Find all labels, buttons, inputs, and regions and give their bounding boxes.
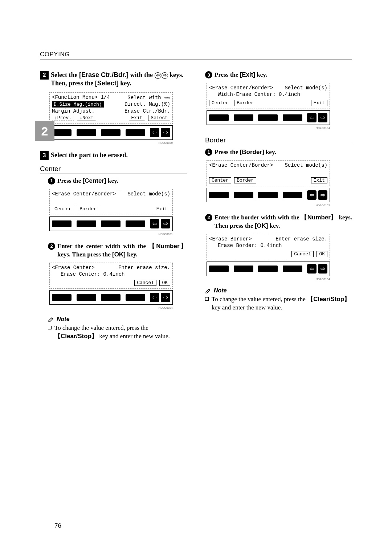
- soft-key[interactable]: [209, 192, 229, 198]
- lcd-erase-cb-exit: <Erase Center/Border> Select mode(s) Wid…: [207, 83, 330, 109]
- lcd-erase-border: <Erase Border> Enter erase size. Erase B…: [207, 234, 330, 260]
- number-key-2: Number: [307, 214, 331, 221]
- page-number: 76: [54, 522, 61, 530]
- soft-key[interactable]: [101, 294, 121, 301]
- soft-key[interactable]: [52, 129, 72, 136]
- soft-key[interactable]: [77, 294, 96, 301]
- soft-key[interactable]: [126, 129, 145, 136]
- soft-key[interactable]: [258, 114, 278, 121]
- sub2-b: keys. Then press the: [57, 251, 112, 258]
- lcd4-border[interactable]: Border: [234, 100, 256, 106]
- note-left-a: To change the value entered, press the: [54, 324, 148, 331]
- lcd1-margin: Margin Adjust.: [52, 108, 95, 114]
- substep-center-1: 1 Press the [Center] key.: [40, 177, 187, 185]
- lcd5-r1r: Select mode(s): [285, 162, 327, 168]
- lcd-function-menu: <Function Menu> 1/4 Select with ⇦⇨ D.Siz…: [49, 92, 173, 124]
- lcd1-exit[interactable]: Exit: [129, 115, 145, 121]
- soft-key[interactable]: [234, 192, 253, 198]
- lcd6-r1l: <Erase Border>: [209, 236, 252, 242]
- soft-key[interactable]: [234, 266, 253, 272]
- arrow-right-key[interactable]: ⇨: [318, 264, 327, 274]
- lcd3-ok[interactable]: OK: [159, 280, 170, 286]
- lcd1-next[interactable]: ↓Next: [77, 115, 96, 121]
- soft-key[interactable]: [258, 192, 278, 198]
- substep-border-1: 1 Press the [Border] key.: [205, 148, 352, 157]
- caption-4: ND2C0104: [207, 126, 330, 130]
- lcd5-border[interactable]: Border: [234, 177, 256, 183]
- soft-key[interactable]: [209, 266, 229, 272]
- soft-key[interactable]: [101, 129, 121, 136]
- lcd5-exit[interactable]: Exit: [311, 177, 327, 183]
- soft-key[interactable]: [52, 220, 72, 227]
- sub5-a: Enter the border width with the: [215, 214, 301, 221]
- lcd3-cancel[interactable]: Cancel: [134, 280, 156, 286]
- select-key: [Select]: [95, 80, 119, 87]
- arrow-left-key[interactable]: ⇦: [307, 264, 317, 274]
- lcd4-exit[interactable]: Exit: [311, 100, 327, 106]
- arrow-right-key[interactable]: ⇨: [161, 293, 170, 302]
- right-arrow-icon: ⇨: [162, 72, 168, 79]
- lcd6-cancel[interactable]: Cancel: [291, 251, 314, 257]
- lcd2-r1l: <Erase Center/Border>: [52, 191, 116, 197]
- caption-3: ND2C0104: [49, 306, 173, 309]
- arrow-left-key[interactable]: ⇦: [150, 293, 159, 302]
- lcd2-exit[interactable]: Exit: [154, 206, 170, 212]
- step-3: 3 Select the part to be erased.: [40, 151, 187, 160]
- substep-num-3: 3: [205, 71, 212, 78]
- arrow-right-key[interactable]: ⇨: [161, 128, 170, 137]
- lcd1-prev[interactable]: ↑Prev.: [52, 115, 74, 121]
- sub1-b: key.: [106, 177, 118, 184]
- lcd6-r2: Erase Border: 0.4inch: [218, 243, 282, 248]
- soft-key[interactable]: [126, 220, 145, 227]
- soft-panel-6: ⇦⇨: [207, 262, 330, 276]
- soft-key[interactable]: [77, 220, 96, 227]
- soft-key[interactable]: [283, 266, 302, 272]
- substep-num-b1: 1: [205, 149, 212, 156]
- soft-panel-5: ⇦⇨: [207, 188, 330, 202]
- arrow-left-key[interactable]: ⇦: [150, 219, 159, 228]
- lcd-erase-cb-2: <Erase Center/Border> Select mode(s) Cen…: [207, 160, 330, 186]
- lcd2-border[interactable]: Border: [77, 206, 99, 212]
- lcd2-center[interactable]: Center: [52, 206, 74, 212]
- lcd4-r2: Width-Erase Center: 0.4inch: [218, 92, 300, 97]
- soft-key[interactable]: [77, 129, 96, 136]
- arrow-left-key[interactable]: ⇦: [307, 190, 317, 200]
- soft-panel-4: ⇦⇨: [207, 110, 330, 125]
- soft-panel-3: ⇦⇨: [49, 290, 173, 305]
- lcd3-r1l: <Erase Center>: [52, 265, 95, 271]
- lcd2-r1r: Select mode(s): [127, 191, 170, 197]
- soft-key[interactable]: [258, 266, 278, 272]
- lcd3-r2: Erase Center: 0.4inch: [61, 271, 124, 277]
- substep-num-2: 2: [48, 243, 55, 250]
- note-heading-left: Note: [48, 316, 187, 323]
- soft-key[interactable]: [234, 114, 253, 121]
- clear-stop-key-2: Clear/Stop: [313, 296, 344, 303]
- lcd1-dsizemag[interactable]: D.Size Mag.(inch): [52, 101, 104, 108]
- lcd3-r1r: Enter erase size.: [118, 265, 170, 271]
- note-right-a: To change the value entered, press the: [212, 296, 307, 303]
- note-bullet-icon: [48, 326, 52, 329]
- arrow-right-key[interactable]: ⇨: [318, 113, 327, 122]
- soft-key[interactable]: [101, 220, 121, 227]
- soft-key[interactable]: [52, 294, 72, 301]
- arrow-left-key[interactable]: ⇦: [150, 128, 159, 137]
- lcd5-center[interactable]: Center: [209, 177, 231, 183]
- arrow-right-key[interactable]: ⇨: [161, 219, 170, 228]
- sub1-a: Press the: [57, 177, 83, 184]
- exit-key: [Exit]: [240, 71, 256, 78]
- caption-5: ND2C0102: [207, 204, 330, 207]
- arrow-left-key[interactable]: ⇦: [307, 113, 317, 122]
- substep-center-2: 2 Enter the center width with the 【Numbe…: [40, 242, 187, 259]
- soft-key[interactable]: [283, 192, 302, 198]
- soft-key[interactable]: [283, 114, 302, 121]
- soft-key[interactable]: [126, 294, 145, 301]
- soft-key[interactable]: [209, 114, 229, 121]
- lcd1-select[interactable]: Select: [148, 115, 170, 121]
- soft-panel-2: ⇦⇨: [49, 216, 173, 231]
- lcd4-center[interactable]: Center: [209, 100, 231, 106]
- pencil-icon: [48, 316, 54, 323]
- arrow-right-key[interactable]: ⇨: [318, 190, 327, 200]
- substep-num-1: 1: [48, 177, 55, 185]
- right-column: 3 Press the [Exit] key. <Erase Center/Bo…: [205, 71, 352, 340]
- lcd6-ok[interactable]: OK: [317, 251, 327, 257]
